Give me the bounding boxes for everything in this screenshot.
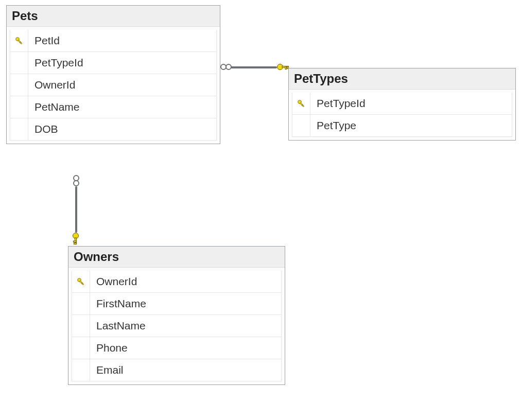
column-name: FirstName bbox=[90, 293, 281, 314]
table-row[interactable]: OwnerId bbox=[10, 74, 216, 96]
svg-rect-15 bbox=[21, 43, 22, 44]
key-cell-empty bbox=[72, 293, 90, 314]
table-row[interactable]: PetTypeId bbox=[10, 52, 216, 74]
svg-point-7 bbox=[74, 181, 79, 186]
key-cell-empty bbox=[292, 115, 310, 136]
table-row[interactable]: DOB bbox=[10, 118, 216, 140]
table-row[interactable]: PetId bbox=[10, 30, 216, 52]
table-row[interactable]: FirstName bbox=[72, 293, 281, 315]
svg-point-0 bbox=[221, 64, 226, 69]
primary-key-icon bbox=[10, 30, 28, 51]
column-name: PetTypeId bbox=[310, 93, 512, 114]
relationship-end-many-icon bbox=[220, 62, 232, 72]
column-name: DOB bbox=[28, 118, 216, 140]
table-owners[interactable]: Owners OwnerId FirstName LastName bbox=[68, 246, 285, 385]
table-row[interactable]: OwnerId bbox=[72, 271, 281, 293]
svg-rect-19 bbox=[303, 106, 304, 107]
table-row[interactable]: LastName bbox=[72, 315, 281, 337]
table-title: Owners bbox=[68, 247, 285, 268]
table-title: Pets bbox=[7, 6, 220, 27]
svg-point-1 bbox=[226, 64, 231, 69]
column-name: LastName bbox=[90, 315, 281, 337]
key-cell-empty bbox=[72, 359, 90, 381]
key-cell-empty bbox=[10, 52, 28, 74]
primary-key-icon bbox=[72, 271, 90, 292]
column-name: Phone bbox=[90, 337, 281, 359]
key-cell-empty bbox=[10, 96, 28, 118]
table-columns: PetId PetTypeId OwnerId PetName DOB bbox=[10, 30, 217, 141]
svg-rect-11 bbox=[74, 243, 77, 244]
relationship-line-pets-pettypes bbox=[231, 66, 277, 68]
column-name: Email bbox=[90, 359, 281, 381]
table-row[interactable]: PetName bbox=[10, 96, 216, 118]
column-name: PetName bbox=[28, 96, 216, 118]
table-row[interactable]: Phone bbox=[72, 337, 281, 359]
svg-point-6 bbox=[74, 176, 79, 181]
key-cell-empty bbox=[10, 118, 28, 140]
table-columns: PetTypeId PetType bbox=[292, 93, 512, 137]
table-row[interactable]: PetTypeId bbox=[292, 93, 512, 115]
svg-rect-23 bbox=[82, 284, 84, 285]
column-name: OwnerId bbox=[90, 271, 281, 292]
svg-rect-10 bbox=[74, 241, 77, 242]
key-cell-empty bbox=[72, 315, 90, 337]
relationship-line-pets-owners bbox=[75, 186, 77, 233]
table-pettypes[interactable]: PetTypes PetTypeId PetType bbox=[288, 68, 516, 141]
table-title: PetTypes bbox=[289, 68, 515, 90]
relationship-end-many-icon bbox=[71, 175, 81, 186]
table-row[interactable]: Email bbox=[72, 359, 281, 381]
relationship-end-key-icon bbox=[276, 61, 289, 73]
table-columns: OwnerId FirstName LastName Phone Email bbox=[72, 271, 282, 381]
column-name: PetId bbox=[28, 30, 216, 51]
column-name: PetTypeId bbox=[28, 52, 216, 74]
table-row[interactable]: PetType bbox=[292, 115, 512, 136]
diagram-canvas: { "tables": { "pets": { "title": "Pets",… bbox=[0, 0, 521, 420]
column-name: PetType bbox=[310, 115, 512, 136]
key-cell-empty bbox=[72, 337, 90, 359]
svg-rect-4 bbox=[285, 66, 287, 69]
relationship-end-key-icon bbox=[69, 232, 82, 245]
column-name: OwnerId bbox=[28, 74, 216, 96]
table-pets[interactable]: Pets PetId PetTypeId OwnerId bbox=[6, 5, 220, 144]
key-cell-empty bbox=[10, 74, 28, 96]
primary-key-icon bbox=[292, 93, 310, 114]
